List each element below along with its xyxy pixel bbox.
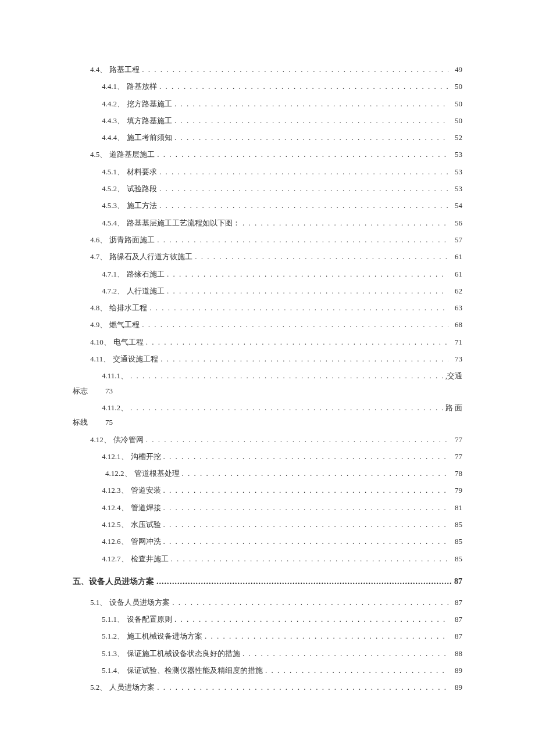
toc-entry-number: 4.4.2、 bbox=[102, 98, 124, 110]
toc-entry-number: 4.6、 bbox=[90, 234, 107, 246]
toc-entry-title: 路缘石及人行道方彼施工 bbox=[109, 251, 192, 263]
toc-page-number: 62 bbox=[451, 285, 462, 298]
toc-entry-number: 4.8、 bbox=[90, 302, 107, 314]
toc-entry: 4.6、沥青路面施工 57 bbox=[73, 234, 462, 246]
toc-dots bbox=[160, 353, 448, 366]
toc-entry-number: 4.4.3、 bbox=[102, 115, 124, 127]
toc-entry-number: 4.4.4、 bbox=[102, 132, 124, 144]
toc-entry-title: 设备配置原则 bbox=[127, 614, 172, 626]
toc-entry-title: 施工方法 bbox=[127, 200, 157, 212]
toc-entry-title: 设备人员进场方案 bbox=[109, 597, 170, 609]
toc-entry: 5.2、人员进场方案89 bbox=[73, 682, 462, 694]
toc-page-number: 61 bbox=[451, 251, 462, 263]
toc-entry: 4.4.2、挖方路基施工50 bbox=[73, 98, 462, 110]
toc-entry-title: 沥青路面施工 bbox=[109, 234, 155, 246]
toc-entry-number: 4.11.1、 bbox=[102, 370, 128, 382]
toc-entry: 4.12.6、管网冲洗85 bbox=[73, 536, 462, 548]
toc-entry-number: 4.9、 bbox=[90, 319, 107, 331]
toc-entry-number: 4.5.2、 bbox=[102, 183, 124, 195]
toc-entry-title: 电气工程 bbox=[113, 336, 144, 349]
toc-entry-number: 4.11.2、 bbox=[102, 402, 128, 414]
toc-entry: 4.11.2、路 面 bbox=[73, 402, 462, 414]
toc-page-number: 54 bbox=[451, 200, 462, 212]
toc-entry: 4.5.3、施工方法54 bbox=[73, 200, 462, 212]
toc-page-number: 50 bbox=[451, 98, 462, 110]
toc-dots bbox=[130, 402, 443, 414]
toc-dots bbox=[167, 268, 448, 281]
toc-entry: 4.5.4、路基基层施工工艺流程如以下图：56 bbox=[73, 217, 462, 230]
toc-entry-number: 4.12.5、 bbox=[102, 519, 129, 531]
toc-entry-number: 4.7、 bbox=[90, 251, 107, 263]
toc-entry: 4.8、给排水工程63 bbox=[73, 302, 462, 314]
toc-entry-number: 4.5.3、 bbox=[102, 200, 124, 212]
toc-section-heading: 五、设备人员进场方案 87 bbox=[73, 575, 462, 588]
toc-page-number: 88 bbox=[451, 648, 462, 660]
toc-page-number: 73 bbox=[451, 353, 462, 366]
toc-page-number: 61 bbox=[451, 268, 462, 281]
toc-entry-title: 管道根基处理 bbox=[134, 468, 180, 480]
toc-entry-number: 4.5.4、 bbox=[102, 217, 124, 230]
toc-entry-number: 4.12、 bbox=[90, 434, 111, 446]
toc-entry: 5.1.3、保证施工机械设备状态良好的措施88 bbox=[73, 648, 462, 660]
toc-dots bbox=[157, 234, 448, 246]
toc-entry: 4.7.2、人行道施工62 bbox=[73, 285, 462, 298]
toc-dots bbox=[163, 451, 449, 463]
toc-wrap-line: 标志73 bbox=[73, 385, 462, 397]
toc-dots bbox=[163, 519, 449, 531]
toc-page-number: 53 bbox=[451, 166, 462, 178]
toc-entry-title: 沟槽开挖 bbox=[131, 451, 161, 463]
toc-entry: 4.5、道路基层施工53 bbox=[73, 149, 462, 161]
toc-page-number: 75 bbox=[105, 417, 113, 429]
toc-entry-title: 挖方路基施工 bbox=[127, 98, 172, 110]
toc-entry-title: 管道安装 bbox=[131, 485, 161, 497]
toc-dots bbox=[182, 468, 449, 480]
toc-page-number: 50 bbox=[451, 81, 462, 93]
toc-entry: 4.7、路缘石及人行道方彼施工61 bbox=[73, 251, 462, 263]
toc-entry: 4.12.4、管道焊接81 bbox=[73, 502, 462, 514]
toc-wrap-title: 标线 bbox=[73, 417, 88, 429]
toc-entry-title: 路基放样 bbox=[127, 81, 157, 93]
toc-entry-title: 管网冲洗 bbox=[131, 536, 161, 548]
toc-dots bbox=[205, 630, 448, 643]
toc-dots bbox=[174, 115, 448, 127]
toc-entry-title: 路基工程 bbox=[109, 64, 140, 76]
toc-page-number: 87 bbox=[451, 630, 462, 643]
toc-page-number: 57 bbox=[451, 234, 462, 246]
toc-entry: 5.1.4、保证试验、检测仪器性能及精细度的措施89 bbox=[73, 665, 462, 677]
toc-entry-number: 4.4、 bbox=[90, 64, 107, 76]
toc-entry-number: 4.7.2、 bbox=[102, 285, 124, 298]
toc-entry-number: 4.12.3、 bbox=[102, 485, 129, 497]
toc-entry-number: 4.12.2、 bbox=[105, 468, 132, 480]
toc-page-number: 89 bbox=[451, 682, 462, 694]
toc-dots bbox=[142, 319, 448, 331]
toc-entry-title: 施工考前须知 bbox=[127, 132, 172, 144]
toc-entry: 4.12.3、管道安装79 bbox=[73, 485, 462, 497]
toc-entry: 4.11、交通设施工程 73 bbox=[73, 353, 462, 366]
toc-page-number: 56 bbox=[451, 217, 462, 230]
toc-dots bbox=[265, 665, 448, 677]
toc-page-number: 85 bbox=[451, 519, 462, 531]
toc-page-number: 81 bbox=[451, 502, 462, 514]
toc-dots bbox=[159, 81, 448, 93]
toc-entry-number: 4.4.1、 bbox=[102, 81, 124, 93]
toc-entry-number: 4.12.1、 bbox=[102, 451, 129, 463]
toc-page-number: 89 bbox=[451, 665, 462, 677]
toc-dots bbox=[195, 251, 448, 263]
toc-entry-number: 4.7.1、 bbox=[102, 268, 124, 281]
toc-entry: 4.11.1、,交通 bbox=[73, 370, 462, 382]
toc-entry-number: 4.5、 bbox=[90, 149, 107, 161]
toc-page-number: 87 bbox=[451, 614, 462, 626]
toc-dots bbox=[159, 166, 448, 178]
toc-page-number: 78 bbox=[451, 468, 462, 480]
toc-entry-number: 4.10、 bbox=[90, 336, 111, 349]
toc-entry-title: 路基基层施工工艺流程如以下图： bbox=[127, 217, 240, 230]
toc-page-number: 49 bbox=[451, 64, 462, 76]
toc-entry-title: 检查井施工 bbox=[131, 553, 169, 565]
toc-dots bbox=[174, 98, 448, 110]
toc-entry-number: 4.11、 bbox=[90, 353, 110, 366]
toc-page-number: 53 bbox=[451, 149, 462, 161]
toc-dots bbox=[167, 285, 448, 298]
toc-page-number: 85 bbox=[451, 553, 462, 565]
toc-dots bbox=[174, 614, 448, 626]
toc-entry-title: 水压试验 bbox=[131, 519, 161, 531]
